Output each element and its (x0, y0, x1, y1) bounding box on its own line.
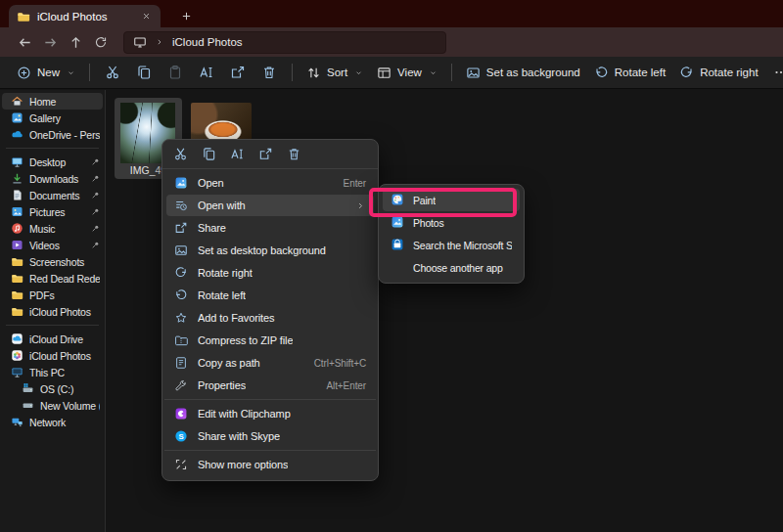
sidebar-item-os-c[interactable]: OS (C:) (2, 380, 103, 397)
open-with-item-choose-another-app[interactable]: Choose another app (383, 256, 520, 279)
paste-icon (167, 65, 183, 80)
menu-item-label: Show more options (198, 459, 288, 470)
tab-bar: iCloud Photos (0, 0, 783, 27)
tab-icloud-photos[interactable]: iCloud Photos (9, 5, 161, 27)
sidebar-item-downloads[interactable]: Downloads (2, 170, 103, 187)
quick-action-share-button[interactable] (255, 144, 276, 164)
cut-icon (105, 65, 120, 80)
sidebar-item-gallery[interactable]: Gallery (2, 110, 103, 126)
address-bar[interactable]: iCloud Photos (123, 31, 446, 54)
context-menu-item-add-to-favorites[interactable]: Add to Favorites (166, 307, 374, 329)
up-button[interactable] (63, 30, 88, 54)
context-menu-item-set-as-desktop-background[interactable]: Set as desktop background (166, 240, 374, 261)
photos-app-icon (391, 215, 404, 229)
sidebar-item-label: Desktop (29, 156, 85, 168)
refresh-icon (94, 35, 108, 49)
sidebar-item-label: Screenshots (29, 256, 100, 268)
context-menu-item-open-with[interactable]: Open with (166, 195, 374, 216)
sidebar-item-pdfs[interactable]: PDFs (2, 287, 103, 303)
context-menu-item-rotate-right[interactable]: Rotate right (166, 262, 374, 284)
sidebar-item-icloud-photos[interactable]: iCloud Photos (2, 303, 103, 320)
sidebar-item-this-pc[interactable]: This PC (2, 364, 103, 380)
sidebar-separator (6, 148, 99, 149)
context-menu-item-rotate-left[interactable]: Rotate left (166, 285, 374, 306)
more-options-button[interactable] (765, 60, 783, 85)
menu-item-label: Properties (198, 379, 246, 391)
delete-button[interactable] (253, 60, 285, 85)
sidebar-item-red-dead-redemptio[interactable]: Red Dead Redemptio (2, 270, 103, 287)
cut-button[interactable] (97, 60, 128, 85)
submenu-item-label: Paint (413, 195, 436, 206)
sidebar-item-new-volume-d[interactable]: New Volume (D:) (2, 397, 103, 414)
view-button[interactable]: View (370, 61, 444, 85)
open-with-submenu: PaintPhotosSearch the Microsoft StoreCho… (378, 184, 525, 284)
photos-app-icon (174, 176, 188, 190)
sidebar-item-desktop[interactable]: Desktop (2, 154, 103, 170)
rename-icon (230, 147, 245, 161)
rotate-left-button[interactable]: Rotate left (587, 61, 672, 85)
context-menu-item-share[interactable]: Share (166, 217, 374, 239)
sidebar-item-label: Music (29, 223, 85, 235)
quick-action-cut-button[interactable] (170, 144, 191, 164)
sidebar-item-music[interactable]: Music (2, 220, 103, 237)
context-menu-item-share-with-skype[interactable]: SShare with Skype (166, 425, 374, 447)
sidebar-item-icloud-photos[interactable]: iCloud Photos (2, 347, 103, 364)
open-with-item-photos[interactable]: Photos (383, 211, 520, 234)
new-icon (17, 66, 31, 80)
context-menu-item-compress-to-zip-file[interactable]: Compress to ZIP file (166, 330, 374, 351)
menu-item-label: Compress to ZIP file (198, 334, 293, 346)
toolbar-separator (451, 64, 452, 81)
sidebar-item-home[interactable]: Home (2, 93, 103, 110)
sidebar-item-pictures[interactable]: Pictures (2, 203, 103, 220)
quick-action-copy-button[interactable] (199, 144, 219, 164)
quick-action-rename-button[interactable] (227, 144, 248, 164)
context-menu-item-edit-with-clipchamp[interactable]: Edit with Clipchamp (166, 403, 374, 424)
set-as-background-button[interactable]: Set as background (459, 61, 587, 85)
sidebar-item-network[interactable]: Network (2, 414, 103, 430)
command-toolbar: New Sort View Set as background Rotate l… (0, 57, 783, 89)
copy-button[interactable] (128, 60, 160, 85)
this-pc-icon (133, 35, 147, 49)
rotate-right-button[interactable]: Rotate right (672, 61, 764, 85)
close-tab-icon[interactable] (139, 10, 153, 23)
sort-button-label: Sort (327, 66, 347, 78)
new-button[interactable]: New (10, 61, 82, 85)
back-button[interactable] (12, 30, 37, 54)
icloud-drive-icon (11, 332, 23, 345)
chevron-down-icon (354, 68, 363, 77)
wrench-icon (174, 378, 188, 392)
new-tab-button[interactable] (176, 6, 196, 25)
this-pc-icon (11, 366, 23, 378)
toolbar-separator (292, 64, 293, 81)
share-button[interactable] (222, 60, 253, 85)
rename-button[interactable] (191, 60, 222, 85)
menu-item-label: Edit with Clipchamp (198, 408, 291, 420)
folder-icon (17, 10, 30, 23)
wallpaper-icon (466, 66, 481, 80)
folder-icon (11, 272, 23, 285)
submenu-item-label: Search the Microsoft Store (413, 240, 512, 251)
paint-app-icon (391, 193, 404, 206)
context-menu-item-copy-as-path[interactable]: Copy as pathCtrl+Shift+C (166, 352, 374, 374)
sort-button[interactable]: Sort (299, 61, 370, 85)
context-menu-item-show-more-options[interactable]: Show more options (166, 454, 374, 475)
paste-button[interactable] (160, 60, 191, 85)
open-with-item-paint[interactable]: Paint (383, 189, 520, 211)
context-menu-item-open[interactable]: OpenEnter (166, 172, 374, 194)
context-menu-item-properties[interactable]: PropertiesAlt+Enter (166, 375, 374, 396)
sidebar-item-videos[interactable]: Videos (2, 237, 103, 253)
sort-icon (306, 66, 321, 80)
refresh-button[interactable] (88, 30, 114, 54)
quick-action-delete-button[interactable] (284, 144, 304, 164)
sidebar-item-icloud-drive[interactable]: iCloud Drive (2, 331, 103, 347)
open-with-item-search-the-microsoft-store[interactable]: Search the Microsoft Store (383, 234, 520, 256)
sidebar-item-documents[interactable]: Documents (2, 187, 103, 203)
open-with-icon (174, 199, 188, 212)
folder-icon (11, 305, 23, 318)
sidebar-item-screenshots[interactable]: Screenshots (2, 253, 103, 270)
forward-button[interactable] (37, 30, 63, 54)
sidebar-item-label: Pictures (29, 206, 85, 218)
sidebar-item-onedrive-personal[interactable]: OneDrive - Personal (2, 126, 103, 143)
sidebar-item-label: Network (29, 417, 100, 428)
star-icon (174, 311, 188, 325)
